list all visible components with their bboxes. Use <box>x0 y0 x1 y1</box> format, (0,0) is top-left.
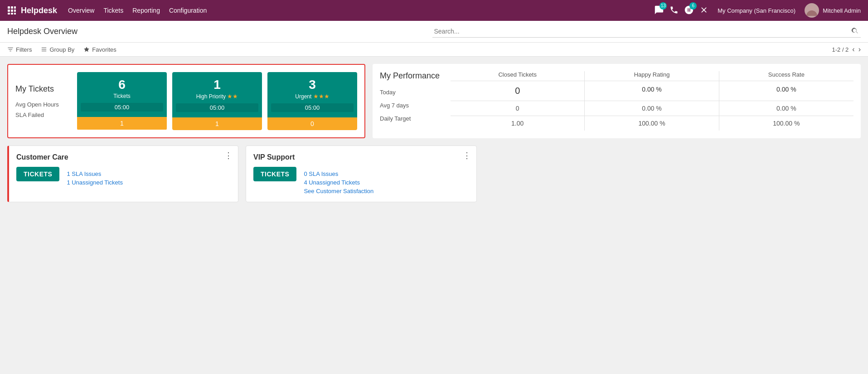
favorites-button[interactable]: Favorites <box>83 46 116 53</box>
performance-labels-col: My Performance Today Avg 7 days Daily Ta… <box>380 71 440 122</box>
secondary-bar: Helpdesk Overview <box>0 21 868 43</box>
close-icon[interactable] <box>699 5 708 16</box>
high-priority-time: 05:00 <box>176 103 258 112</box>
perf-today-row: 0 0.00 % 0.00 % <box>451 81 853 101</box>
high-priority-card[interactable]: 1 High Priority ★★ 05:00 1 <box>172 72 262 130</box>
messages-icon-badge[interactable]: 13 <box>654 5 664 16</box>
my-tickets-section: My Tickets Avg Open Hours SLA Failed 6 T… <box>7 64 365 138</box>
perf-row-today: Today <box>380 89 440 96</box>
vip-support-card: ⋮ VIP Support TICKETS 0 SLA Issues 4 Una… <box>246 146 477 202</box>
svg-rect-6 <box>8 13 10 15</box>
filters-label: Filters <box>16 46 32 53</box>
avatar <box>805 3 819 18</box>
svg-rect-3 <box>8 10 10 12</box>
groupby-button[interactable]: Group By <box>41 46 74 53</box>
urgent-sla-failed: 0 <box>267 117 357 130</box>
vip-support-tickets-button[interactable]: TICKETS <box>253 167 296 181</box>
perf-today-success: 0.00 % <box>719 81 853 101</box>
high-priority-stars: ★★ <box>227 93 238 100</box>
customer-care-body: TICKETS 1 SLA Issues 1 Unassigned Ticket… <box>16 167 231 186</box>
vip-support-title: VIP Support <box>253 153 469 161</box>
vip-support-satisfaction-link[interactable]: See Customer Satisfaction <box>304 188 373 194</box>
page-title: Helpdesk Overview <box>7 27 432 36</box>
perf-target-happy: 100.00 % <box>585 116 719 131</box>
activity-icon-badge[interactable]: 6 <box>684 5 694 16</box>
svg-rect-1 <box>11 6 13 9</box>
perf-avg7-closed: 0 <box>451 101 585 116</box>
performance-inner: My Performance Today Avg 7 days Daily Ta… <box>380 71 853 131</box>
tickets-card-top: 6 Tickets 05:00 <box>77 72 167 117</box>
my-tickets-label-col: My Tickets Avg Open Hours SLA Failed <box>15 84 70 118</box>
avg-open-hours-label: Avg Open Hours <box>15 101 70 108</box>
perf-today-closed: 0 <box>451 81 585 101</box>
customer-care-sla-link[interactable]: 1 SLA Issues <box>67 170 123 177</box>
customer-care-links: 1 SLA Issues 1 Unassigned Tickets <box>67 170 123 186</box>
nav-tickets[interactable]: Tickets <box>103 5 123 16</box>
user-area[interactable]: Mitchell Admin <box>805 3 861 18</box>
nav-reporting[interactable]: Reporting <box>132 5 160 16</box>
urgent-time: 05:00 <box>271 103 354 112</box>
urgent-card[interactable]: 3 Urgent ★★★ 05:00 0 <box>267 72 357 130</box>
performance-title: My Performance <box>380 71 440 81</box>
filter-bar: Filters Group By Favorites 1-2 / 2 ‹ › <box>0 43 868 57</box>
svg-rect-8 <box>14 13 16 15</box>
perf-avg7-row: 0 0.00 % 0.00 % <box>451 101 853 116</box>
search-icon[interactable] <box>851 27 859 36</box>
perf-headers-row: Closed Tickets Happy Rating Success Rate <box>451 71 853 81</box>
groupby-label: Group By <box>49 46 74 53</box>
urgent-count: 3 <box>271 78 354 92</box>
nav-overview[interactable]: Overview <box>68 5 94 16</box>
perf-target-success: 100.00 % <box>719 116 853 131</box>
urgent-card-top: 3 Urgent ★★★ 05:00 <box>267 72 357 117</box>
pagination-text: 1-2 / 2 <box>832 46 849 53</box>
vip-support-links: 0 SLA Issues 4 Unassigned Tickets See Cu… <box>304 170 373 194</box>
vip-support-sla-link[interactable]: 0 SLA Issues <box>304 170 373 177</box>
perf-target-closed: 1.00 <box>451 116 585 131</box>
ticket-cards: 6 Tickets 05:00 1 1 High Priority ★★ <box>77 72 357 130</box>
tickets-card[interactable]: 6 Tickets 05:00 1 <box>77 72 167 130</box>
high-priority-label: High Priority ★★ <box>176 93 258 100</box>
svg-rect-0 <box>8 6 10 9</box>
vip-support-unassigned-link[interactable]: 4 Unassigned Tickets <box>304 179 373 186</box>
performance-container: My Performance Today Avg 7 days Daily Ta… <box>373 64 861 138</box>
phone-icon[interactable] <box>669 5 679 16</box>
perf-header-happy: Happy Rating <box>585 71 719 81</box>
brand-name[interactable]: Helpdesk <box>21 6 57 15</box>
customer-care-title: Customer Care <box>16 153 231 161</box>
urgent-label: Urgent ★★★ <box>271 93 354 100</box>
tickets-label: Tickets <box>81 93 163 99</box>
high-priority-card-top: 1 High Priority ★★ 05:00 <box>172 72 262 117</box>
perf-header-success: Success Rate <box>719 71 853 81</box>
activity-count: 6 <box>689 2 697 10</box>
nav-configuration[interactable]: Configuration <box>169 5 207 16</box>
top-row: My Tickets Avg Open Hours SLA Failed 6 T… <box>7 64 861 138</box>
svg-rect-7 <box>11 13 13 15</box>
filters-button[interactable]: Filters <box>7 46 32 53</box>
performance-grid: Closed Tickets Happy Rating Success Rate… <box>451 71 853 131</box>
perf-avg7-happy: 0.00 % <box>585 101 719 116</box>
svg-rect-5 <box>14 10 16 12</box>
high-priority-sla-failed: 1 <box>172 117 262 130</box>
prev-page-button[interactable]: ‹ <box>852 45 854 53</box>
customer-care-menu-icon[interactable]: ⋮ <box>224 151 233 160</box>
customer-care-tickets-button[interactable]: TICKETS <box>16 167 59 181</box>
main-content: My Tickets Avg Open Hours SLA Failed 6 T… <box>0 57 868 209</box>
perf-row-target: Daily Target <box>380 115 440 122</box>
right-icons: 13 6 My Company (San Francisco) Mitchell… <box>654 3 861 18</box>
search-input[interactable] <box>434 28 851 35</box>
search-bar[interactable] <box>432 26 861 38</box>
customer-care-unassigned-link[interactable]: 1 Unassigned Tickets <box>67 179 123 186</box>
my-tickets-title: My Tickets <box>15 84 70 94</box>
svg-rect-4 <box>11 10 13 12</box>
sla-failed-label: SLA Failed <box>15 112 70 118</box>
perf-today-happy: 0.00 % <box>585 81 719 101</box>
vip-support-menu-icon[interactable]: ⋮ <box>463 151 471 160</box>
messages-count: 13 <box>659 2 667 10</box>
favorites-label: Favorites <box>92 46 116 53</box>
apps-icon[interactable] <box>7 6 16 15</box>
perf-row-avg7: Avg 7 days <box>380 102 440 109</box>
svg-rect-2 <box>14 6 16 9</box>
next-page-button[interactable]: › <box>858 45 861 53</box>
high-priority-count: 1 <box>176 78 258 92</box>
company-name: My Company (San Francisco) <box>718 7 795 14</box>
